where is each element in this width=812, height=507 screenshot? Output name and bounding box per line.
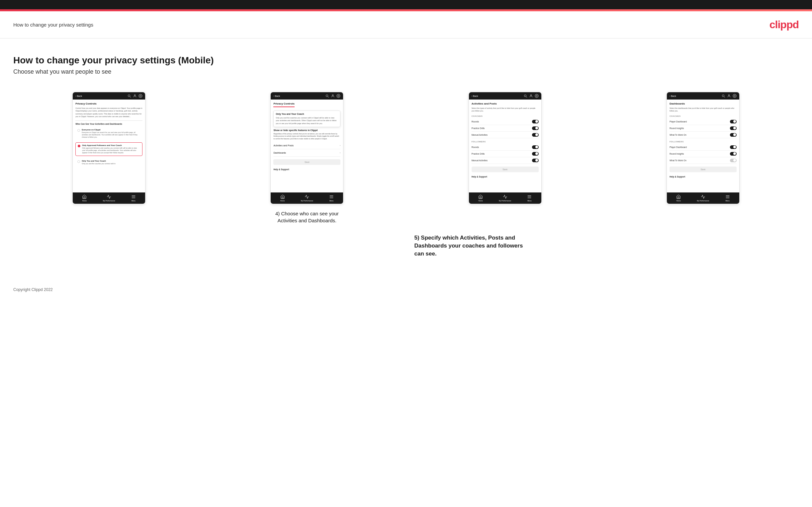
toggle-switch-followers-player-dash[interactable]: [730, 145, 737, 149]
nav-menu-3[interactable]: Menu: [527, 194, 532, 202]
toggle-switch-followers-what-to-work[interactable]: [730, 159, 737, 162]
nav-performance-1[interactable]: My Performance: [103, 194, 115, 202]
toggle-switch-coaches-rounds[interactable]: [532, 120, 539, 123]
svg-line-22: [724, 97, 725, 98]
nav-performance-3[interactable]: My Performance: [499, 194, 511, 202]
search-icon-1[interactable]: [127, 94, 131, 98]
phone-content-2: Privacy Controls Only You and Your Coach…: [271, 100, 343, 192]
svg-point-2: [134, 95, 136, 96]
toggle-switch-coaches-round-insights[interactable]: [730, 126, 737, 130]
header-title: How to change your privacy settings: [13, 22, 93, 27]
user-icon-3[interactable]: [529, 94, 533, 98]
privacy-controls-tab[interactable]: Privacy Controls: [273, 102, 295, 107]
mockup-group-2: ‹ Back Privacy Controls Only You and You…: [211, 92, 403, 224]
svg-point-14: [524, 95, 526, 97]
toggle-switch-coaches-drills[interactable]: [532, 126, 539, 130]
mockups-row: ‹ Back Privacy Controls Control how you …: [13, 92, 799, 224]
phone-bottom-nav-2: Home My Performance Menu: [271, 192, 343, 204]
radio-everyone[interactable]: [78, 129, 80, 132]
coaches-label-4: COACHES: [669, 115, 737, 117]
dashboards-item[interactable]: Dashboards ›: [273, 149, 341, 157]
save-button-2[interactable]: Save: [273, 159, 341, 165]
back-button-2[interactable]: ‹ Back: [273, 95, 280, 97]
svg-point-23: [728, 95, 730, 96]
search-icon-3[interactable]: [523, 94, 527, 98]
followers-label-4: FOLLOWERS: [669, 141, 737, 143]
toggle-followers-what-to-work: What To Work On: [669, 157, 737, 164]
phone-mockup-1: ‹ Back Privacy Controls Control how you …: [72, 92, 146, 204]
toggle-switch-coaches-player-dash[interactable]: [730, 120, 737, 123]
svg-point-3: [140, 96, 141, 97]
toggle-followers-drills: Practice Drills: [471, 151, 539, 157]
captions-row: 5) Specify which Activities, Posts and D…: [13, 234, 799, 258]
help-support-3: Help & Support: [471, 174, 539, 179]
toggle-followers-round-insights: Round Insights: [669, 151, 737, 157]
radio-only-you[interactable]: [78, 160, 80, 163]
user-icon-1[interactable]: [133, 94, 137, 98]
settings-icon-4[interactable]: [732, 94, 737, 98]
toggle-switch-coaches-what-to-work[interactable]: [730, 133, 737, 137]
arrow-icon-dashboards: ›: [340, 151, 341, 154]
svg-point-21: [722, 95, 724, 97]
page-subheading: Choose what you want people to see: [13, 68, 799, 75]
nav-menu-2[interactable]: Menu: [329, 194, 334, 202]
toggle-switch-followers-round-insights[interactable]: [730, 152, 737, 156]
search-icon-4[interactable]: [721, 94, 725, 98]
toggle-followers-manual: Manual Activities: [471, 157, 539, 164]
svg-point-9: [332, 95, 334, 96]
dashboards-desc: Select the dashboards that you'd like to…: [669, 107, 737, 112]
nav-home-4[interactable]: Home: [676, 194, 681, 202]
toggle-switch-followers-drills[interactable]: [532, 152, 539, 156]
back-button-4[interactable]: ‹ Back: [669, 95, 676, 97]
nav-performance-4[interactable]: My Performance: [697, 194, 709, 202]
top-bar: [0, 0, 812, 9]
arrow-icon-activities: ›: [340, 144, 341, 147]
nav-home-1[interactable]: Home: [82, 194, 87, 202]
nav-menu-1[interactable]: Menu: [131, 194, 136, 202]
toggle-switch-followers-rounds[interactable]: [532, 145, 539, 149]
back-button-3[interactable]: ‹ Back: [471, 95, 478, 97]
settings-icon-2[interactable]: [337, 94, 341, 98]
radio-option-only-you[interactable]: Only You and Your Coach Only you and the…: [75, 158, 143, 167]
phone-content-3: Activities and Posts Select the types of…: [469, 100, 541, 192]
phone-bottom-nav-3: Home My Performance Menu: [469, 192, 541, 204]
phone-mockup-4: ‹ Back Dashboards Select the dashboards …: [666, 92, 740, 204]
svg-point-0: [128, 95, 130, 97]
popup-title: Only You and Your Coach: [276, 113, 338, 115]
caption-group-right: 5) Specify which Activities, Posts and D…: [414, 234, 531, 258]
radio-option-everyone[interactable]: Everyone on Clippd Everyone on Clippd ca…: [75, 127, 143, 140]
nav-home-2[interactable]: Home: [280, 194, 285, 202]
radio-approved[interactable]: [78, 145, 81, 147]
nav-menu-4[interactable]: Menu: [725, 194, 730, 202]
user-icon-2[interactable]: [331, 94, 335, 98]
help-support-4: Help & Support: [669, 174, 737, 179]
save-button-4[interactable]: Save: [669, 167, 737, 172]
nav-home-3[interactable]: Home: [478, 194, 483, 202]
nav-performance-2[interactable]: My Performance: [301, 194, 313, 202]
toggle-coaches-drills: Practice Drills: [471, 125, 539, 132]
activities-posts-item[interactable]: Activities and Posts ›: [273, 142, 341, 149]
radio-option-approved[interactable]: Only Approved Followers and Your Coach O…: [75, 143, 143, 156]
phone-nav-4: ‹ Back: [667, 92, 739, 100]
phone-nav-3: ‹ Back: [469, 92, 541, 100]
nav-icons-3: [523, 94, 539, 98]
toggle-switch-coaches-manual[interactable]: [532, 133, 539, 137]
settings-icon-3[interactable]: [535, 94, 539, 98]
settings-icon-1[interactable]: [139, 94, 143, 98]
phone-mockup-2: ‹ Back Privacy Controls Only You and You…: [270, 92, 343, 204]
search-icon-2[interactable]: [325, 94, 329, 98]
phone-content-4: Dashboards Select the dashboards that yo…: [667, 100, 739, 192]
save-button-3[interactable]: Save: [471, 167, 539, 172]
caption-left-group: [212, 234, 405, 258]
user-icon-4[interactable]: [727, 94, 731, 98]
svg-line-15: [526, 97, 527, 98]
show-specific-title: Show or hide specific features in Clippd: [273, 129, 341, 131]
back-button-1[interactable]: ‹ Back: [75, 95, 82, 97]
caption-right-group: 5) Specify which Activities, Posts and D…: [411, 234, 799, 258]
header: How to change your privacy settings clip…: [0, 11, 812, 39]
toggle-followers-player-dash: Player Dashboard: [669, 144, 737, 151]
logo: clippd: [769, 18, 799, 31]
svg-point-17: [536, 96, 537, 97]
phone-bottom-nav-4: Home My Performance Menu: [667, 192, 739, 204]
toggle-switch-followers-manual[interactable]: [532, 159, 539, 162]
